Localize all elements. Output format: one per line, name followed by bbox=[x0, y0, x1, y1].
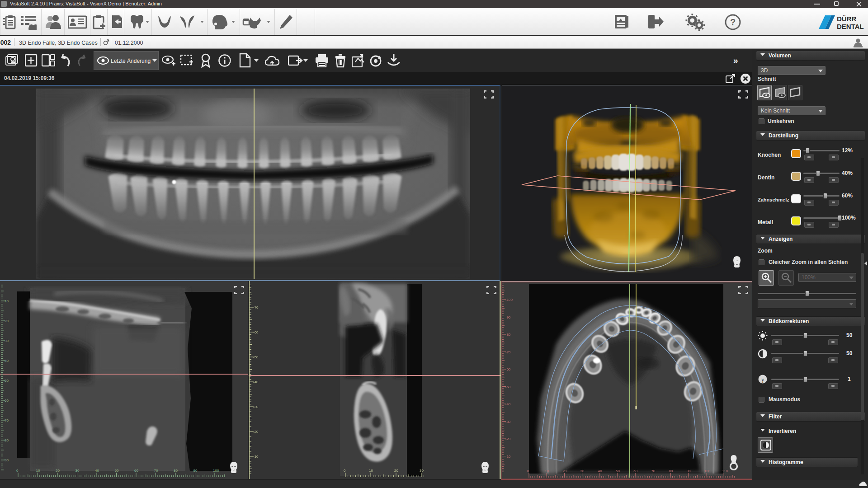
svg-text:-10: -10 bbox=[253, 455, 259, 459]
svg-text:γ: γ bbox=[761, 376, 764, 383]
svg-text:0: 0 bbox=[527, 469, 529, 473]
svg-text:100: 100 bbox=[704, 469, 711, 473]
svg-text:?: ? bbox=[730, 17, 736, 27]
svg-text:90: 90 bbox=[193, 469, 198, 473]
svg-text:-50: -50 bbox=[505, 385, 511, 389]
svg-text:30: 30 bbox=[580, 469, 585, 473]
svg-text:-20: -20 bbox=[253, 430, 259, 434]
svg-text:40: 40 bbox=[598, 469, 602, 473]
svg-text:10: 10 bbox=[36, 469, 40, 473]
svg-text:-70: -70 bbox=[253, 305, 259, 310]
svg-text:30: 30 bbox=[75, 469, 80, 473]
svg-text:20: 20 bbox=[5, 319, 9, 323]
svg-text:50: 50 bbox=[616, 469, 620, 473]
svg-text:60: 60 bbox=[633, 469, 637, 473]
svg-text:60: 60 bbox=[134, 469, 138, 473]
svg-text:-60: -60 bbox=[253, 330, 259, 334]
svg-text:80: 80 bbox=[669, 469, 673, 473]
svg-text:10: 10 bbox=[545, 469, 549, 473]
svg-text:70: 70 bbox=[154, 469, 158, 473]
svg-text:0: 0 bbox=[344, 469, 346, 473]
svg-text:-20: -20 bbox=[505, 437, 511, 441]
svg-text:90: 90 bbox=[5, 458, 9, 462]
svg-text:-60: -60 bbox=[505, 367, 511, 371]
svg-text:10: 10 bbox=[5, 299, 9, 303]
svg-text:DÜRR: DÜRR bbox=[837, 15, 856, 23]
svg-text:20: 20 bbox=[56, 469, 60, 473]
svg-text:30: 30 bbox=[420, 469, 424, 473]
svg-text:80: 80 bbox=[174, 469, 178, 473]
svg-text:0: 0 bbox=[16, 469, 19, 473]
svg-text:-80: -80 bbox=[505, 333, 511, 337]
svg-text:20: 20 bbox=[562, 469, 566, 473]
svg-text:30: 30 bbox=[5, 339, 9, 343]
svg-text:60: 60 bbox=[5, 399, 9, 403]
svg-text:10: 10 bbox=[369, 469, 373, 473]
svg-text:-100: -100 bbox=[505, 298, 513, 302]
svg-text:-40: -40 bbox=[253, 380, 259, 384]
svg-text:-30: -30 bbox=[253, 405, 259, 409]
svg-text:80: 80 bbox=[5, 438, 9, 442]
svg-text:20: 20 bbox=[394, 469, 398, 473]
svg-text:40: 40 bbox=[5, 359, 9, 363]
svg-text:70: 70 bbox=[651, 469, 655, 473]
svg-text:-50: -50 bbox=[253, 355, 259, 359]
svg-text:-40: -40 bbox=[505, 402, 511, 406]
svg-text:50: 50 bbox=[5, 379, 9, 383]
svg-text:-90: -90 bbox=[505, 315, 511, 319]
svg-text:-30: -30 bbox=[505, 420, 511, 424]
svg-text:100: 100 bbox=[213, 469, 219, 473]
svg-text:70: 70 bbox=[5, 418, 9, 422]
svg-text:90: 90 bbox=[687, 469, 691, 473]
svg-text:50: 50 bbox=[115, 469, 119, 473]
svg-text:DENTAL: DENTAL bbox=[837, 23, 864, 30]
svg-text:-70: -70 bbox=[505, 350, 511, 354]
svg-text:-10: -10 bbox=[505, 455, 511, 459]
svg-text:40: 40 bbox=[95, 469, 99, 473]
